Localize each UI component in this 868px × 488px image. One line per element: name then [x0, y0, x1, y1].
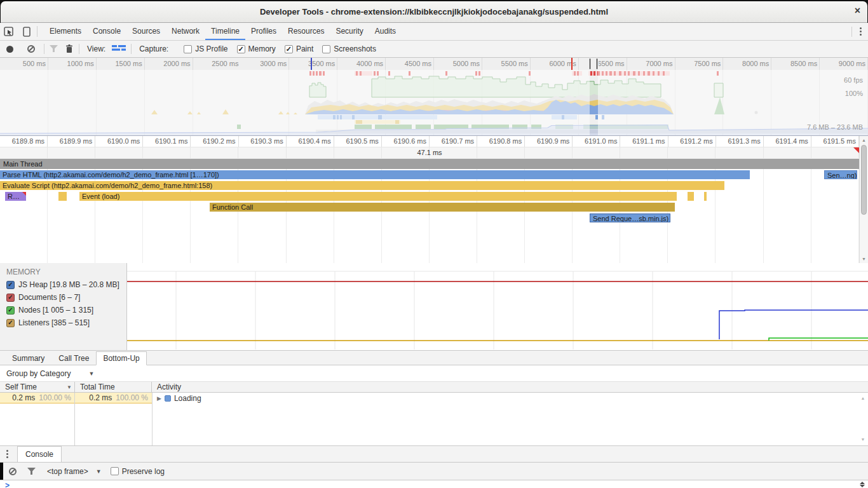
tabbar-right [850, 23, 868, 40]
console-prompt-chevron: > [5, 481, 10, 488]
memory-series-toggle[interactable]: ✓ Nodes [1 005 – 1 315] [6, 306, 126, 315]
timeline-overview[interactable]: 500 ms1000 ms1500 ms2000 ms2500 ms3000 m… [0, 58, 868, 136]
event-bar-small[interactable] [58, 192, 67, 201]
clear-recording-icon[interactable] [27, 45, 35, 53]
event-bar-small[interactable] [688, 192, 694, 201]
column-header-self-time[interactable]: Self Time ▼ [0, 382, 75, 392]
resize-arrows-icon[interactable] [860, 482, 865, 487]
capture-checkbox[interactable]: ✓ [322, 45, 330, 53]
overview-time-label: 4500 ms [386, 58, 434, 70]
cell-total-time: 0.2 ms 100.00 % [75, 393, 152, 403]
series-checkbox[interactable]: ✓ [6, 281, 15, 289]
detail-time-label: 6190.5 ms [334, 136, 382, 147]
capture-checkbox[interactable]: ✓ [237, 45, 245, 53]
detail-time-label: 6190.7 ms [430, 136, 477, 147]
menu-dots-icon[interactable] [853, 27, 868, 36]
memory-chart [127, 263, 868, 350]
panel-tab[interactable]: Network [166, 23, 205, 40]
long-task-corner-icon [853, 147, 859, 153]
detail-time-label: 6191.0 ms [573, 136, 620, 147]
series-checkbox[interactable]: ✓ [6, 319, 15, 327]
detail-view-tab[interactable]: Summary [5, 351, 51, 365]
clear-console-icon[interactable] [9, 468, 17, 475]
loading-category-swatch [165, 395, 171, 402]
panel-tab[interactable]: Elements [44, 23, 87, 40]
frame-context-select[interactable]: <top frame> ▼ [47, 467, 102, 476]
panel-tab[interactable]: Resources [282, 23, 330, 40]
overview-time-label: 7500 ms [675, 58, 723, 70]
overview-time-label: 2500 ms [193, 58, 241, 70]
device-toolbar-icon[interactable] [18, 23, 36, 40]
panel-tab[interactable]: Profiles [245, 23, 282, 40]
overview-time-label: 1500 ms [97, 58, 145, 70]
capture-option-label: Screenshots [334, 44, 376, 53]
console-filter-icon[interactable] [24, 468, 38, 475]
detail-time-label: 6190.1 ms [143, 136, 191, 147]
panel-tab[interactable]: Timeline [205, 23, 245, 40]
panel-tab[interactable]: Audits [369, 23, 402, 40]
detail-time-label: 6190.9 ms [525, 136, 573, 147]
detail-scrollbar[interactable]: ▲ ▼ [859, 136, 868, 263]
preserve-log-checkbox[interactable]: ✓ [111, 467, 119, 475]
detail-time-label: 6191.5 ms [811, 136, 859, 147]
panel-tab[interactable]: Console [87, 23, 126, 40]
series-checkbox[interactable]: ✓ [6, 294, 15, 302]
column-header-total-time[interactable]: Total Time [75, 382, 152, 392]
scrollbar-thumb[interactable] [861, 145, 867, 215]
drawer-menu-dots-icon[interactable] [0, 450, 15, 458]
group-by-select[interactable]: Group by Category ▼ [6, 369, 94, 378]
event-bar-evaluate-script[interactable]: Evaluate Script (http2.akamai.com/demo/h… [0, 181, 724, 190]
window-title: Developer Tools - chrome-extension://klb… [260, 7, 608, 17]
event-bar-recalculate-style[interactable]: R… [5, 192, 26, 201]
column-header-activity[interactable]: Activity [152, 382, 868, 392]
table-row[interactable]: 0.2 ms 100.00 % 0.2 ms 100.00 % ▶ Loadin… [0, 393, 868, 403]
sort-desc-icon: ▼ [67, 384, 72, 390]
console-drawer: Console <top frame> ▼ ✓ Preserve log > [0, 446, 868, 488]
console-prompt[interactable]: > [0, 480, 868, 488]
detail-ruler: 6189.8 ms6189.9 ms6190.0 ms6190.1 ms6190… [0, 136, 859, 147]
console-tab[interactable]: Console [17, 446, 62, 462]
memory-series-toggle[interactable]: ✓ JS Heap [19.8 MB – 20.8 MB] [6, 280, 126, 289]
event-bar-small[interactable] [704, 192, 707, 201]
memory-series-toggle[interactable]: ✓ Documents [6 – 7] [6, 293, 126, 302]
event-bar-function-call[interactable]: Function Call [210, 203, 675, 212]
detail-time-label: 6190.0 ms [95, 136, 143, 147]
capture-option-label: Paint [296, 44, 313, 53]
overview-time-label: 2000 ms [145, 58, 193, 70]
series-label: Listeners [385 – 515] [18, 318, 90, 327]
scroll-down-icon[interactable]: ▼ [860, 257, 868, 261]
capture-checkbox[interactable]: ✓ [184, 45, 192, 53]
overview-time-label: 7000 ms [627, 58, 675, 70]
detail-time-label: 6191.2 ms [668, 136, 716, 147]
separator [79, 44, 79, 54]
event-bar-event-load[interactable]: Event (load) [79, 192, 677, 201]
overview-time-label: 8000 ms [723, 58, 771, 70]
capture-checkbox[interactable]: ✓ [285, 45, 293, 53]
series-label: Nodes [1 005 – 1 315] [18, 306, 93, 315]
detail-view-tab[interactable]: Bottom-Up [96, 351, 146, 365]
separator [37, 26, 37, 37]
record-button[interactable] [6, 46, 13, 53]
grid-scroll-hints: ▲ ▼ [860, 396, 866, 442]
capture-label: Capture: [139, 44, 168, 53]
series-checkbox[interactable]: ✓ [6, 306, 15, 315]
trash-icon[interactable] [61, 44, 78, 53]
detail-view-tab[interactable]: Call Tree [51, 351, 96, 365]
close-icon[interactable]: × [855, 4, 860, 17]
event-bar-send-request-right[interactable]: Sen…ng) [824, 170, 857, 179]
expander-icon[interactable]: ▶ [157, 395, 161, 402]
main-thread-header[interactable]: Main Thread [0, 159, 859, 169]
selection-handle-right[interactable] [595, 58, 599, 70]
panel-tab[interactable]: Sources [126, 23, 166, 40]
filter-icon[interactable] [46, 45, 61, 53]
inspect-element-icon[interactable] [0, 23, 18, 40]
cpu-scale-label: 100% [845, 90, 863, 97]
event-bar-send-request-selected[interactable]: Send Reque…sb.min.js) [590, 214, 670, 222]
panel-tab[interactable]: Security [330, 23, 369, 40]
selection-handle-left[interactable] [588, 58, 592, 70]
view-mode-icon[interactable] [112, 44, 126, 53]
event-bar-parse-html[interactable]: Parse HTML (http2.akamai.com/demo/h2_dem… [0, 170, 750, 179]
memory-series-toggle[interactable]: ✓ Listeners [385 – 515] [6, 318, 126, 327]
scroll-up-icon[interactable]: ▲ [860, 138, 868, 142]
overview-time-label: 8500 ms [771, 58, 820, 70]
